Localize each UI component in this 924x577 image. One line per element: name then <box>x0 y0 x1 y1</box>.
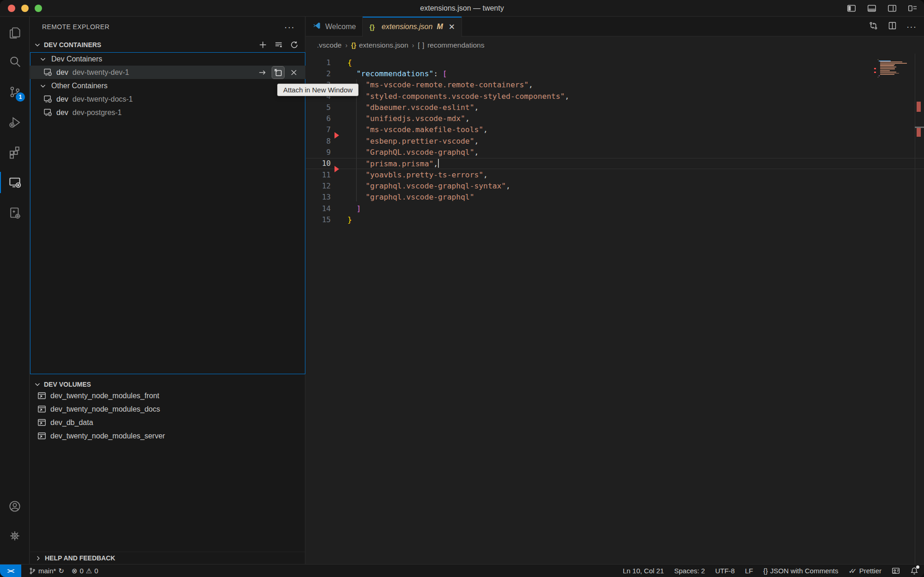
toggle-secondary-sidebar-icon[interactable] <box>887 3 897 13</box>
eol-status[interactable]: LF <box>745 567 753 575</box>
tree-group-other-containers[interactable]: Other Containers <box>30 79 305 92</box>
chevron-down-icon <box>34 381 41 388</box>
json-braces-icon: {} <box>369 23 375 31</box>
feedback-icon[interactable] <box>892 567 900 575</box>
json-braces-icon: {} <box>763 567 768 575</box>
code-line-3[interactable]: 3 "ms-vscode-remote.remote-containers", <box>306 79 924 91</box>
double-check-icon: ✓✓ <box>849 567 854 575</box>
indentation-status[interactable]: Spaces: 2 <box>674 567 705 575</box>
code-line-15[interactable]: 15} <box>306 214 924 225</box>
code-line-13[interactable]: 13 "graphql.vscode-graphql" <box>306 192 924 203</box>
chevron-right-icon: › <box>345 42 347 49</box>
close-window-button[interactable] <box>8 5 15 12</box>
breadcrumb-folder[interactable]: .vscode <box>317 41 341 49</box>
attach-in-current-window-icon[interactable] <box>256 67 268 79</box>
volume-icon <box>37 405 46 413</box>
code-line-11[interactable]: 11 "yoavbls.pretty-ts-errors", <box>306 169 924 180</box>
vscode-window: extensions.json — twenty <box>0 0 924 577</box>
encoding-status[interactable]: UTF-8 <box>715 567 735 575</box>
sidebar-title: REMOTE EXPLORER <box>42 23 109 30</box>
new-dev-container-icon[interactable] <box>259 41 267 49</box>
extensions-icon[interactable] <box>0 139 30 165</box>
chevron-down-icon <box>39 82 47 90</box>
vscode-logo-icon <box>312 21 321 32</box>
traffic-lights <box>0 5 42 12</box>
code-line-9[interactable]: 9 "GraphQL.vscode-graphql", <box>306 146 924 158</box>
overview-deleted-marker <box>917 102 921 112</box>
notifications-bell-icon[interactable] <box>910 567 918 575</box>
code-line-10[interactable]: 10 "prisma.prisma", <box>306 158 924 169</box>
container-tools-icon[interactable] <box>0 200 30 226</box>
search-icon[interactable] <box>0 48 30 75</box>
editor-more-actions-icon[interactable]: ··· <box>906 22 917 32</box>
settings-gear-icon[interactable] <box>0 522 30 549</box>
customize-layout-icon[interactable] <box>907 3 918 13</box>
dev-container-icon <box>43 67 53 77</box>
remote-indicator[interactable]: >< <box>0 565 21 577</box>
sidebar-more-actions-icon[interactable]: ··· <box>284 22 295 32</box>
dev-containers-tree: Dev Containers dev dev-twenty-dev-1 <box>30 52 305 374</box>
json-braces-icon: {} <box>351 42 356 49</box>
deleted-lines-marker <box>334 166 339 172</box>
tab-bar: Welcome {} extensions.json M ✕ ··· <box>306 17 924 36</box>
zoom-window-button[interactable] <box>35 5 42 12</box>
volume-item[interactable]: dev_twenty_node_modules_front <box>30 389 305 402</box>
tree-item-dev-twenty-docs-1[interactable]: dev dev-twenty-docs-1 <box>30 92 305 106</box>
breadcrumb-file[interactable]: extensions.json <box>359 41 408 49</box>
minimize-window-button[interactable] <box>21 5 29 12</box>
explorer-icon[interactable] <box>0 19 30 46</box>
clean-containers-icon[interactable] <box>274 41 283 49</box>
code-line-2[interactable]: 2 "recommendations": [ <box>306 68 924 79</box>
warning-icon: ⚠ <box>86 567 92 575</box>
sync-icon[interactable]: ↻ <box>58 567 64 575</box>
code-line-4[interactable]: 4 "styled-components.vscode-styled-compo… <box>306 91 924 102</box>
volume-item[interactable]: dev_db_data <box>30 416 305 429</box>
breadcrumb-symbol[interactable]: recommendations <box>427 41 484 49</box>
remote-explorer-icon[interactable] <box>0 169 30 196</box>
close-tab-icon[interactable]: ✕ <box>449 22 455 32</box>
toggle-panel-icon[interactable] <box>867 3 877 13</box>
run-debug-icon[interactable] <box>0 109 30 136</box>
section-dev-containers[interactable]: DEV CONTAINERS <box>30 37 305 52</box>
source-control-icon[interactable]: 1 <box>0 79 30 105</box>
volume-item[interactable]: dev_twenty_node_modules_server <box>30 429 305 443</box>
attach-in-new-window-icon[interactable] <box>272 67 284 79</box>
account-icon[interactable] <box>0 493 30 520</box>
code-line-1[interactable]: 1{ <box>306 57 924 68</box>
cursor-position-status[interactable]: Ln 10, Col 21 <box>623 567 664 575</box>
tree-item-dev-postgres-1[interactable]: dev dev-postgres-1 <box>30 106 305 119</box>
tree-item-dev-twenty-dev-1[interactable]: dev dev-twenty-dev-1 <box>30 66 305 79</box>
branch-status[interactable]: main* ↻ <box>29 567 64 575</box>
code-line-7[interactable]: 7 "ms-vscode.makefile-tools", <box>306 124 924 135</box>
volume-item[interactable]: dev_twenty_node_modules_docs <box>30 402 305 416</box>
code-line-8[interactable]: 8 "esbenp.prettier-vscode", <box>306 135 924 146</box>
overview-cursor-marker <box>915 127 924 128</box>
code-line-14[interactable]: 14 ] <box>306 203 924 214</box>
window-title: extensions.json — twenty <box>0 4 924 12</box>
language-mode-status[interactable]: {} JSON with Comments <box>763 567 839 575</box>
code-editor[interactable]: 1{2 "recommendations": [3 "ms-vscode-rem… <box>306 54 924 564</box>
breadcrumb: .vscode › {} extensions.json › [ ] recom… <box>306 37 924 54</box>
tree-group-dev-containers[interactable]: Dev Containers <box>30 52 305 66</box>
tab-welcome[interactable]: Welcome <box>306 17 363 36</box>
code-line-6[interactable]: 6 "unifiedjs.vscode-mdx", <box>306 113 924 124</box>
code-line-12[interactable]: 12 "graphql.vscode-graphql-syntax", <box>306 180 924 191</box>
refresh-icon[interactable] <box>290 41 298 49</box>
code-line-5[interactable]: 5 "dbaeumer.vscode-eslint", <box>306 102 924 113</box>
minimap[interactable] <box>878 59 911 78</box>
formatter-status[interactable]: ✓✓ Prettier <box>849 567 882 575</box>
split-editor-icon[interactable] <box>888 21 897 32</box>
open-changes-icon[interactable] <box>869 21 878 32</box>
problems-status[interactable]: ⊗ 0 ⚠ 0 <box>72 567 98 575</box>
chevron-right-icon: › <box>412 42 414 49</box>
remove-container-icon[interactable] <box>288 67 300 79</box>
dev-container-icon <box>43 94 53 104</box>
activity-bar: 1 <box>0 17 30 564</box>
volume-icon <box>37 418 46 427</box>
section-help-and-feedback[interactable]: HELP AND FEEDBACK <box>30 552 305 564</box>
toggle-primary-sidebar-icon[interactable] <box>846 3 857 13</box>
volume-icon <box>37 431 46 440</box>
tab-extensions-json[interactable]: {} extensions.json M ✕ <box>363 17 462 37</box>
dev-container-icon <box>43 108 53 117</box>
chevron-down-icon <box>39 55 47 63</box>
